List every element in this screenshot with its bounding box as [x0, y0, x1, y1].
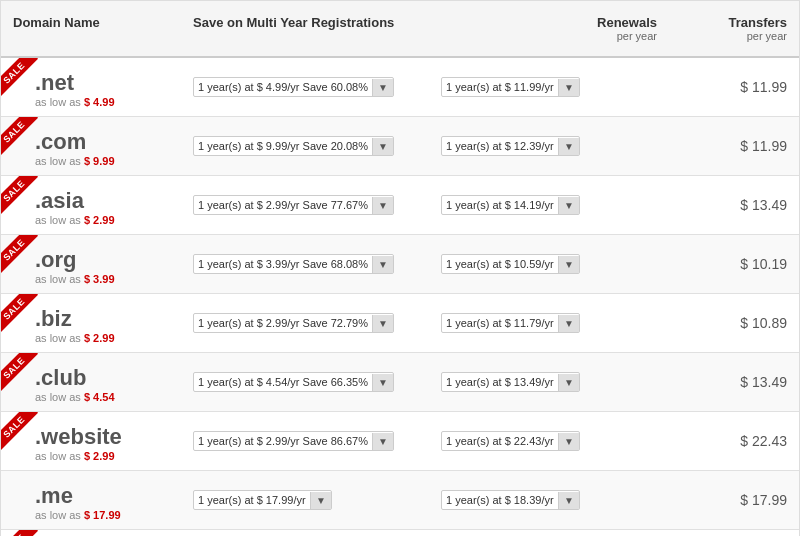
renewal-dropdown-arrow[interactable]: ▼: [558, 256, 579, 273]
renewal-dropdown-arrow[interactable]: ▼: [558, 138, 579, 155]
renewal-select-wrapper[interactable]: 1 year(s) at $ 12.39/yr▼: [441, 136, 580, 156]
multi-year-dropdown-arrow[interactable]: ▼: [372, 315, 393, 332]
renewal-select[interactable]: 1 year(s) at $ 10.59/yr: [442, 255, 558, 273]
multi-year-select-wrapper[interactable]: 1 year(s) at $ 2.99/yr Save 72.79%▼: [193, 313, 394, 333]
sale-badge: [1, 530, 49, 536]
multi-year-select-wrapper[interactable]: 1 year(s) at $ 2.99/yr Save 86.67%▼: [193, 431, 394, 451]
renewal-select[interactable]: 1 year(s) at $ 18.39/yr: [442, 491, 558, 509]
multi-year-dropdown-arrow[interactable]: ▼: [372, 256, 393, 273]
domain-price-value: $ 17.99: [84, 509, 121, 521]
transfer-price: $ 11.99: [669, 130, 799, 162]
domain-cell: .comas low as $ 9.99: [1, 117, 181, 175]
multi-year-select-wrapper[interactable]: 1 year(s) at $ 17.99/yr▼: [193, 490, 332, 510]
transfer-price: $ 13.49: [669, 189, 799, 221]
transfer-price: $ 22.43: [669, 425, 799, 457]
renewal-dropdown-arrow[interactable]: ▼: [558, 197, 579, 214]
sale-badge: [1, 58, 49, 106]
transfer-price: $ 17.99: [669, 484, 799, 516]
multi-year-dropdown-arrow[interactable]: ▼: [372, 197, 393, 214]
renewal-dropdown-arrow[interactable]: ▼: [558, 374, 579, 391]
renewal-select-wrapper[interactable]: 1 year(s) at $ 11.99/yr▼: [441, 77, 580, 97]
domain-tld: .me: [17, 483, 169, 509]
renewal-select-wrapper[interactable]: 1 year(s) at $ 10.59/yr▼: [441, 254, 580, 274]
table-row: .coas low as $ 9.691 year(s) at $ 9.69/y…: [1, 530, 799, 536]
table-row: .netas low as $ 4.991 year(s) at $ 4.99/…: [1, 58, 799, 117]
renewal-select-wrapper[interactable]: 1 year(s) at $ 13.49/yr▼: [441, 372, 580, 392]
multi-year-select[interactable]: 1 year(s) at $ 2.99/yr Save 77.67%: [194, 196, 372, 214]
renewal-cell: 1 year(s) at $ 12.39/yr▼: [429, 128, 669, 164]
renewal-cell: 1 year(s) at $ 18.39/yr▼: [429, 482, 669, 518]
renewal-select[interactable]: 1 year(s) at $ 12.39/yr: [442, 137, 558, 155]
domain-pricing-table: Domain Name Save on Multi Year Registrat…: [0, 0, 800, 536]
table-body: .netas low as $ 4.991 year(s) at $ 4.99/…: [1, 58, 799, 536]
renewal-select-wrapper[interactable]: 1 year(s) at $ 22.43/yr▼: [441, 431, 580, 451]
multi-year-select[interactable]: 1 year(s) at $ 9.99/yr Save 20.08%: [194, 137, 372, 155]
renewal-select[interactable]: 1 year(s) at $ 13.49/yr: [442, 373, 558, 391]
renewal-select[interactable]: 1 year(s) at $ 11.99/yr: [442, 78, 558, 96]
multi-year-cell: 1 year(s) at $ 4.54/yr Save 66.35%▼: [181, 364, 429, 400]
domain-cell: .asiaas low as $ 2.99: [1, 176, 181, 234]
renewal-dropdown-arrow[interactable]: ▼: [558, 433, 579, 450]
renewal-cell: 1 year(s) at $ 14.19/yr▼: [429, 187, 669, 223]
renewal-select[interactable]: 1 year(s) at $ 22.43/yr: [442, 432, 558, 450]
sale-badge: [1, 353, 49, 401]
renewal-select-wrapper[interactable]: 1 year(s) at $ 14.19/yr▼: [441, 195, 580, 215]
multi-year-select-wrapper[interactable]: 1 year(s) at $ 4.99/yr Save 60.08%▼: [193, 77, 394, 97]
multi-year-select[interactable]: 1 year(s) at $ 17.99/yr: [194, 491, 310, 509]
renewal-cell: 1 year(s) at $ 22.43/yr▼: [429, 423, 669, 459]
multi-year-dropdown-arrow[interactable]: ▼: [372, 138, 393, 155]
domain-cell: .bizas low as $ 2.99: [1, 294, 181, 352]
multi-year-cell: 1 year(s) at $ 4.99/yr Save 60.08%▼: [181, 69, 429, 105]
multi-year-cell: 1 year(s) at $ 9.99/yr Save 20.08%▼: [181, 128, 429, 164]
domain-price-label: as low as $ 17.99: [17, 509, 169, 521]
sale-badge: [1, 235, 49, 283]
multi-year-select-wrapper[interactable]: 1 year(s) at $ 2.99/yr Save 77.67%▼: [193, 195, 394, 215]
transfer-price: $ 10.89: [669, 307, 799, 339]
renewal-dropdown-arrow[interactable]: ▼: [558, 79, 579, 96]
domain-price-value: $ 4.54: [84, 391, 115, 403]
renewal-cell: 1 year(s) at $ 13.49/yr▼: [429, 364, 669, 400]
multi-year-dropdown-arrow[interactable]: ▼: [310, 492, 331, 509]
multi-year-select[interactable]: 1 year(s) at $ 4.99/yr Save 60.08%: [194, 78, 372, 96]
table-row: .clubas low as $ 4.541 year(s) at $ 4.54…: [1, 353, 799, 412]
multi-year-select-wrapper[interactable]: 1 year(s) at $ 4.54/yr Save 66.35%▼: [193, 372, 394, 392]
renewal-select[interactable]: 1 year(s) at $ 11.79/yr: [442, 314, 558, 332]
renewal-dropdown-arrow[interactable]: ▼: [558, 492, 579, 509]
table-row: .orgas low as $ 3.991 year(s) at $ 3.99/…: [1, 235, 799, 294]
multi-year-select[interactable]: 1 year(s) at $ 3.99/yr Save 68.08%: [194, 255, 372, 273]
domain-price-value: $ 2.99: [84, 214, 115, 226]
multi-year-select[interactable]: 1 year(s) at $ 4.54/yr Save 66.35%: [194, 373, 372, 391]
domain-price-value: $ 2.99: [84, 332, 115, 344]
multi-year-select[interactable]: 1 year(s) at $ 2.99/yr Save 72.79%: [194, 314, 372, 332]
renewal-dropdown-arrow[interactable]: ▼: [558, 315, 579, 332]
transfer-price: $ 13.49: [669, 366, 799, 398]
domain-price-value: $ 3.99: [84, 273, 115, 285]
multi-year-cell: 1 year(s) at $ 3.99/yr Save 68.08%▼: [181, 246, 429, 282]
renewal-cell: 1 year(s) at $ 11.99/yr▼: [429, 69, 669, 105]
domain-price-value: $ 9.99: [84, 155, 115, 167]
multi-year-cell: 1 year(s) at $ 2.99/yr Save 86.67%▼: [181, 423, 429, 459]
transfer-price: $ 10.19: [669, 248, 799, 280]
multi-year-cell: 1 year(s) at $ 2.99/yr Save 72.79%▼: [181, 305, 429, 341]
renewal-select-wrapper[interactable]: 1 year(s) at $ 11.79/yr▼: [441, 313, 580, 333]
domain-cell: .coas low as $ 9.69: [1, 530, 181, 536]
header-multi-year: Save on Multi Year Registrations: [181, 11, 429, 46]
sale-badge: [1, 294, 49, 342]
renewal-select[interactable]: 1 year(s) at $ 14.19/yr: [442, 196, 558, 214]
multi-year-select-wrapper[interactable]: 1 year(s) at $ 9.99/yr Save 20.08%▼: [193, 136, 394, 156]
multi-year-dropdown-arrow[interactable]: ▼: [372, 433, 393, 450]
sale-badge: [1, 176, 49, 224]
header-domain: Domain Name: [1, 11, 181, 46]
renewal-cell: 1 year(s) at $ 10.59/yr▼: [429, 246, 669, 282]
multi-year-select[interactable]: 1 year(s) at $ 2.99/yr Save 86.67%: [194, 432, 372, 450]
multi-year-select-wrapper[interactable]: 1 year(s) at $ 3.99/yr Save 68.08%▼: [193, 254, 394, 274]
domain-cell: .websiteas low as $ 2.99: [1, 412, 181, 470]
header-transfers: Transfers per year: [669, 11, 799, 46]
multi-year-dropdown-arrow[interactable]: ▼: [372, 374, 393, 391]
domain-price-value: $ 2.99: [84, 450, 115, 462]
renewal-cell: 1 year(s) at $ 11.79/yr▼: [429, 305, 669, 341]
renewal-select-wrapper[interactable]: 1 year(s) at $ 18.39/yr▼: [441, 490, 580, 510]
multi-year-dropdown-arrow[interactable]: ▼: [372, 79, 393, 96]
domain-cell: .meas low as $ 17.99: [1, 471, 181, 529]
table-row: .websiteas low as $ 2.991 year(s) at $ 2…: [1, 412, 799, 471]
